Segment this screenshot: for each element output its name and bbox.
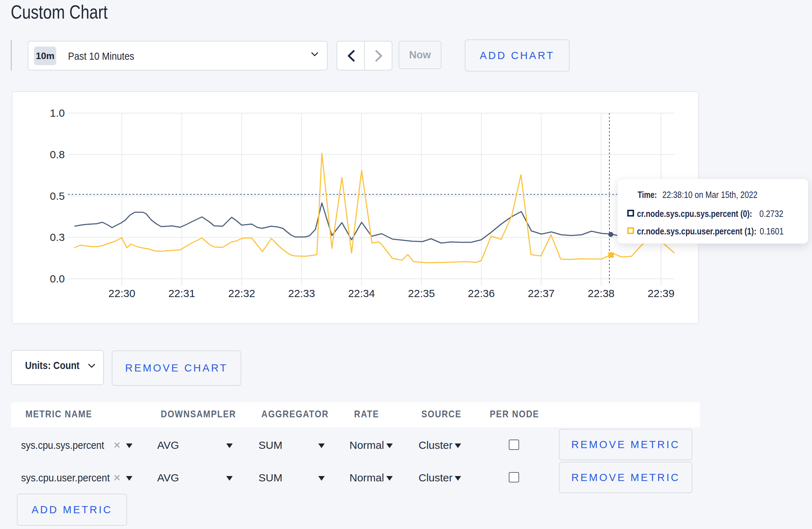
svg-text:0.3: 0.3: [50, 231, 65, 243]
svg-text:22:35: 22:35: [408, 287, 435, 299]
svg-text:22:33: 22:33: [288, 287, 315, 299]
svg-text:22:32: 22:32: [228, 287, 255, 299]
svg-text:22:30: 22:30: [108, 287, 135, 299]
svg-text:0.8: 0.8: [50, 149, 65, 160]
svg-text:22:36: 22:36: [468, 287, 495, 299]
svg-text:0.0: 0.0: [50, 273, 65, 285]
svg-text:22:39: 22:39: [648, 287, 675, 299]
svg-text:22:34: 22:34: [348, 287, 375, 299]
svg-text:22:38: 22:38: [588, 287, 614, 299]
svg-text:0.5: 0.5: [50, 190, 65, 202]
svg-text:22:31: 22:31: [168, 287, 195, 299]
svg-text:22:37: 22:37: [528, 287, 555, 299]
svg-text:1.0: 1.0: [50, 107, 65, 119]
